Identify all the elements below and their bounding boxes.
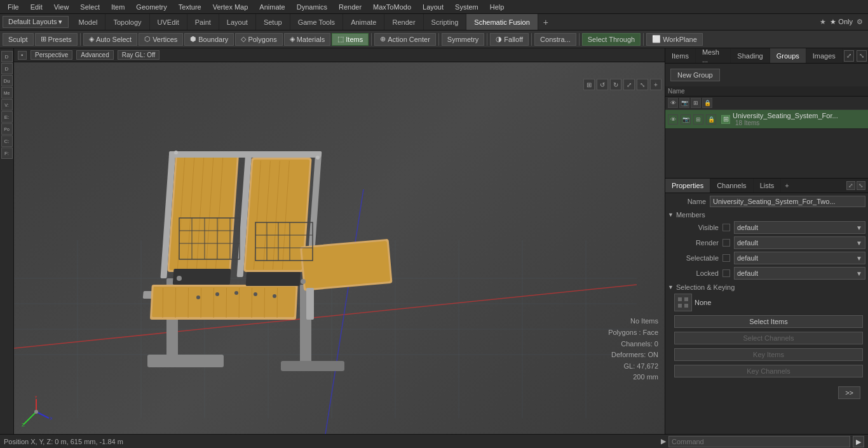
selectable-select[interactable]: default ▼ — [734, 252, 865, 264]
action-center-button[interactable]: ⊕ Action Center — [374, 33, 436, 46]
rpanel-tab-items[interactable]: Items — [665, 48, 696, 63]
advanced-button[interactable]: Advanced — [76, 50, 113, 60]
tab-model[interactable]: Model — [71, 14, 106, 30]
left-tool-1[interactable]: D — [1, 51, 13, 62]
visible-checkbox[interactable] — [722, 224, 730, 231]
group-icon-lock-1[interactable]: 🔒 — [702, 98, 712, 108]
menu-system[interactable]: System — [450, 2, 484, 12]
left-tool-c[interactable]: C: — [1, 135, 13, 147]
tab-topology[interactable]: Topology — [105, 14, 149, 30]
viewport-ctrl-3[interactable]: ↻ — [610, 79, 621, 90]
presets-button[interactable]: ⊞ Presets — [35, 33, 78, 46]
menu-animate[interactable]: Animate — [254, 2, 290, 12]
ray-gl-button[interactable]: Ray GL: Off — [118, 50, 160, 60]
tab-uvedit[interactable]: UVEdit — [150, 14, 187, 30]
sculpt-button[interactable]: Sculpt — [3, 33, 34, 46]
members-section-header[interactable]: ▼ Members — [668, 211, 865, 219]
viewport-ctrl-6[interactable]: + — [650, 79, 661, 90]
new-group-button[interactable]: New Group — [670, 69, 720, 81]
left-tool-2[interactable]: D — [1, 63, 13, 74]
items-button[interactable]: ⬚ Items — [332, 33, 369, 46]
menu-layout[interactable]: Layout — [417, 2, 449, 12]
tab-animate[interactable]: Animate — [343, 14, 384, 30]
props-tab-add[interactable]: + — [781, 182, 792, 189]
perspective-button[interactable]: Perspective — [31, 50, 72, 60]
menu-maxtomodo[interactable]: MaxToModo — [368, 2, 416, 12]
group-icon-grid-1[interactable]: ⊞ — [691, 98, 701, 108]
rpanel-expand[interactable]: ⤢ — [844, 50, 854, 62]
left-tool-vm[interactable]: V: — [1, 99, 13, 111]
viewport-toggle[interactable]: ▪ — [18, 51, 27, 60]
materials-button[interactable]: ◈ Materials — [284, 33, 331, 46]
rpanel-tab-groups[interactable]: Groups — [770, 48, 806, 63]
render-select[interactable]: default ▼ — [734, 236, 865, 249]
menu-view[interactable]: View — [49, 2, 74, 12]
props-tab-properties[interactable]: Properties — [665, 179, 710, 193]
tab-render[interactable]: Render — [384, 14, 423, 30]
select-through-button[interactable]: Select Through — [582, 33, 641, 46]
key-items-button[interactable]: Key Items — [674, 348, 863, 361]
viewport-ctrl-5[interactable]: ⤡ — [637, 79, 648, 90]
menu-item[interactable]: Item — [106, 2, 130, 12]
left-tool-pol[interactable]: Po — [1, 123, 13, 135]
symmetry-button[interactable]: Symmetry — [442, 33, 485, 46]
rpanel-tab-images[interactable]: Images — [806, 48, 843, 63]
layout-dropdown[interactable]: Default Layouts ▾ — [3, 16, 69, 28]
select-items-button[interactable]: Select Items — [674, 315, 863, 328]
rpanel-tab-shading[interactable]: Shading — [731, 48, 770, 63]
group-item-1[interactable]: 👁 📷 ⊞ 🔒 ⊞ University_Seating_System_For.… — [665, 110, 868, 129]
group-icon-eye-1[interactable]: 👁 — [668, 98, 678, 108]
tab-setup[interactable]: Setup — [256, 14, 290, 30]
visible-select[interactable]: default ▼ — [734, 221, 865, 234]
command-input[interactable] — [668, 436, 850, 447]
workplane-button[interactable]: ⬜ WorkPlane — [646, 33, 703, 46]
group-camera-icon[interactable]: 📷 — [681, 114, 691, 125]
viewport-canvas[interactable]: No Items Polygons : Face Channels: 0 Def… — [14, 62, 665, 434]
menu-geometry[interactable]: Geometry — [131, 2, 172, 12]
command-run-button[interactable]: ▶ — [853, 436, 864, 447]
tab-paint[interactable]: Paint — [187, 14, 219, 30]
viewport-ctrl-1[interactable]: ⊞ — [583, 79, 595, 90]
vertices-button[interactable]: ⬡ Vertices — [139, 33, 183, 46]
left-tool-f[interactable]: F: — [1, 147, 13, 159]
group-icon-camera-1[interactable]: 📷 — [679, 98, 689, 108]
render-checkbox[interactable] — [722, 239, 730, 247]
selectable-checkbox[interactable] — [722, 254, 730, 262]
rpanel-collapse[interactable]: ⤡ — [857, 50, 867, 62]
tab-layout[interactable]: Layout — [219, 14, 256, 30]
group-grid-icon[interactable]: ⊞ — [693, 114, 703, 125]
group-visibility-icon[interactable]: 👁 — [668, 114, 678, 125]
menu-file[interactable]: File — [3, 2, 24, 12]
left-tool-mesh[interactable]: Me — [1, 87, 13, 98]
props-expand-btn-2[interactable]: ⤡ — [857, 181, 865, 190]
tab-add[interactable]: + — [538, 14, 553, 30]
sel-icon-box[interactable] — [674, 294, 692, 311]
polygons-button[interactable]: ◇ Polygons — [235, 33, 282, 46]
menu-select[interactable]: Select — [75, 2, 105, 12]
viewport-ctrl-2[interactable]: ↺ — [597, 79, 608, 90]
locked-checkbox[interactable] — [722, 269, 730, 277]
expand-button[interactable]: >> — [838, 386, 860, 399]
group-lock-icon[interactable]: 🔒 — [706, 114, 716, 125]
menu-edit[interactable]: Edit — [25, 2, 48, 12]
menu-texture[interactable]: Texture — [173, 2, 207, 12]
tab-scripting[interactable]: Scripting — [424, 14, 467, 30]
left-tool-dup[interactable]: Du — [1, 75, 13, 86]
constraints-button[interactable]: Constra... — [534, 33, 576, 46]
auto-select-button[interactable]: ◈ Auto Select — [83, 33, 137, 46]
locked-select[interactable]: default ▼ — [734, 267, 865, 280]
props-tab-channels[interactable]: Channels — [710, 179, 753, 193]
menu-dynamics[interactable]: Dynamics — [292, 2, 332, 12]
props-expand-btn-1[interactable]: ⤢ — [846, 181, 855, 190]
boundary-button[interactable]: ⬢ Boundary — [184, 33, 234, 46]
tab-schematic-fusion[interactable]: Schematic Fusion — [466, 14, 538, 30]
tab-game-tools[interactable]: Game Tools — [290, 14, 344, 30]
props-tab-lists[interactable]: Lists — [754, 179, 782, 193]
viewport-area[interactable]: ▪ Perspective Advanced Ray GL: Off — [14, 48, 665, 434]
settings-icon[interactable]: ⚙ — [857, 18, 863, 26]
menu-render[interactable]: Render — [334, 2, 367, 12]
key-channels-button[interactable]: Key Channels — [674, 365, 863, 377]
left-tool-e[interactable]: E: — [1, 111, 13, 123]
falloff-button[interactable]: ◑ Falloff — [490, 33, 529, 46]
menu-vertex-map[interactable]: Vertex Map — [208, 2, 254, 12]
